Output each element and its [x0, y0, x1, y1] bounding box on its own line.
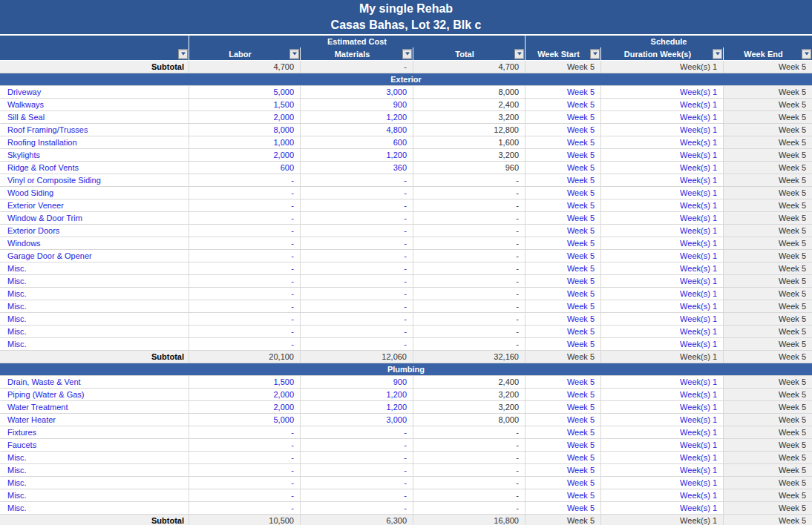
- cell-total[interactable]: 3,200: [413, 149, 525, 161]
- cell-item[interactable]: Wood Siding: [0, 187, 189, 199]
- cell-week-end[interactable]: Week 5: [724, 124, 812, 136]
- cell-materials[interactable]: -: [301, 326, 413, 337]
- cell-week-start[interactable]: Week 5: [525, 288, 601, 300]
- cell-week-start[interactable]: Week 5: [525, 477, 601, 489]
- cell-materials[interactable]: -: [301, 489, 413, 501]
- filter-dropdown-icon[interactable]: [402, 49, 412, 59]
- filter-dropdown-icon[interactable]: [713, 49, 722, 59]
- cell-week-end[interactable]: Week 5: [724, 313, 812, 325]
- cell-labor[interactable]: 600: [189, 162, 301, 174]
- cell-week-start[interactable]: Week 5: [525, 225, 601, 237]
- cell-labor[interactable]: 20,100: [189, 351, 301, 363]
- cell-total[interactable]: -: [413, 288, 525, 300]
- cell-duration[interactable]: Week(s) 1: [601, 174, 724, 186]
- cell-duration[interactable]: Week(s) 1: [601, 136, 724, 148]
- cell-duration[interactable]: Week(s) 1: [601, 212, 724, 224]
- cell-item[interactable]: Driveway: [0, 86, 189, 98]
- cell-duration[interactable]: Week(s) 1: [601, 464, 724, 476]
- cell-week-end[interactable]: Week 5: [724, 162, 812, 174]
- cell-week-start[interactable]: Week 5: [525, 389, 601, 400]
- cell-total[interactable]: -: [413, 262, 525, 274]
- cell-item[interactable]: Garage Door & Opener: [0, 250, 189, 262]
- cell-total[interactable]: 3,200: [413, 111, 525, 123]
- cell-total[interactable]: -: [413, 426, 525, 438]
- cell-item[interactable]: Window & Door Trim: [0, 212, 189, 224]
- cell-materials[interactable]: 600: [301, 136, 413, 148]
- cell-week-end[interactable]: Week 5: [724, 489, 812, 501]
- cell-labor[interactable]: 2,000: [189, 389, 301, 400]
- cell-week-start[interactable]: Week 5: [525, 136, 601, 148]
- cell-duration[interactable]: Week(s) 1: [601, 401, 724, 413]
- cell-week-start[interactable]: Week 5: [525, 452, 601, 463]
- cell-item[interactable]: Misc.: [0, 464, 189, 476]
- cell-item[interactable]: Misc.: [0, 489, 189, 501]
- cell-materials[interactable]: -: [301, 300, 413, 312]
- cell-week-end[interactable]: Week 5: [724, 225, 812, 237]
- cell-item[interactable]: Skylights: [0, 149, 189, 161]
- cell-week-end[interactable]: Week 5: [724, 262, 812, 274]
- cell-week-start[interactable]: Week 5: [525, 250, 601, 262]
- cell-week-end[interactable]: Week 5: [724, 502, 812, 514]
- cell-week-start[interactable]: Week 5: [525, 275, 601, 287]
- cell-week-end[interactable]: Week 5: [724, 250, 812, 262]
- cell-duration[interactable]: Week(s) 1: [601, 237, 724, 249]
- cell-week-start[interactable]: Week 5: [525, 262, 601, 274]
- cell-labor[interactable]: -: [189, 502, 301, 514]
- cell-week-end[interactable]: Week 5: [724, 300, 812, 312]
- cell-item[interactable]: Ridge & Roof Vents: [0, 162, 189, 174]
- cell-materials[interactable]: -: [301, 250, 413, 262]
- cell-week-end[interactable]: Week 5: [724, 439, 812, 451]
- filter-dropdown-icon[interactable]: [178, 49, 188, 59]
- cell-duration[interactable]: Week(s) 1: [601, 225, 724, 237]
- cell-total[interactable]: -: [413, 199, 525, 211]
- cell-materials[interactable]: 6,300: [301, 515, 413, 525]
- cell-total[interactable]: -: [413, 502, 525, 514]
- cell-duration[interactable]: Week(s) 1: [601, 262, 724, 274]
- cell-total[interactable]: -: [413, 489, 525, 501]
- cell-week-start[interactable]: Week 5: [525, 199, 601, 211]
- cell-labor[interactable]: 4,700: [189, 61, 301, 73]
- cell-item[interactable]: Drain, Waste & Vent: [0, 376, 189, 388]
- cell-week-end[interactable]: Week 5: [724, 99, 812, 110]
- cell-week-end[interactable]: Week 5: [724, 174, 812, 186]
- cell-total[interactable]: 3,200: [413, 401, 525, 413]
- cell-duration[interactable]: Week(s) 1: [601, 199, 724, 211]
- cell-duration[interactable]: Week(s) 1: [601, 124, 724, 136]
- cell-duration[interactable]: Week(s) 1: [601, 515, 724, 525]
- cell-week-end[interactable]: Week 5: [724, 326, 812, 337]
- cell-materials[interactable]: -: [301, 338, 413, 350]
- cell-labor[interactable]: 1,500: [189, 99, 301, 110]
- cell-week-start[interactable]: Week 5: [525, 111, 601, 123]
- cell-materials[interactable]: 900: [301, 376, 413, 388]
- cell-total[interactable]: -: [413, 477, 525, 489]
- cell-materials[interactable]: 1,200: [301, 401, 413, 413]
- cell-item[interactable]: Piping (Water & Gas): [0, 389, 189, 400]
- cell-week-end[interactable]: Week 5: [724, 237, 812, 249]
- cell-total[interactable]: -: [413, 250, 525, 262]
- cell-duration[interactable]: Week(s) 1: [601, 275, 724, 287]
- cell-item[interactable]: Misc.: [0, 288, 189, 300]
- cell-week-start[interactable]: Week 5: [525, 502, 601, 514]
- cell-week-start[interactable]: Week 5: [525, 124, 601, 136]
- cell-duration[interactable]: Week(s) 1: [601, 250, 724, 262]
- cell-total[interactable]: -: [413, 174, 525, 186]
- cell-duration[interactable]: Week(s) 1: [601, 477, 724, 489]
- cell-item[interactable]: Misc.: [0, 326, 189, 337]
- cell-labor[interactable]: 2,000: [189, 149, 301, 161]
- cell-item[interactable]: Roofing Installation: [0, 136, 189, 148]
- cell-duration[interactable]: Week(s) 1: [601, 426, 724, 438]
- cell-total[interactable]: -: [413, 187, 525, 199]
- filter-dropdown-icon[interactable]: [590, 49, 600, 59]
- cell-labor[interactable]: 2,000: [189, 401, 301, 413]
- cell-materials[interactable]: -: [301, 502, 413, 514]
- cell-total[interactable]: -: [413, 452, 525, 463]
- cell-total[interactable]: -: [413, 313, 525, 325]
- cell-materials[interactable]: -: [301, 288, 413, 300]
- cell-week-start[interactable]: Week 5: [525, 338, 601, 350]
- cell-total[interactable]: 4,700: [413, 61, 525, 73]
- cell-total[interactable]: 2,400: [413, 99, 525, 110]
- cell-week-end[interactable]: Week 5: [724, 464, 812, 476]
- cell-materials[interactable]: -: [301, 313, 413, 325]
- cell-materials[interactable]: -: [301, 212, 413, 224]
- cell-week-start[interactable]: Week 5: [525, 174, 601, 186]
